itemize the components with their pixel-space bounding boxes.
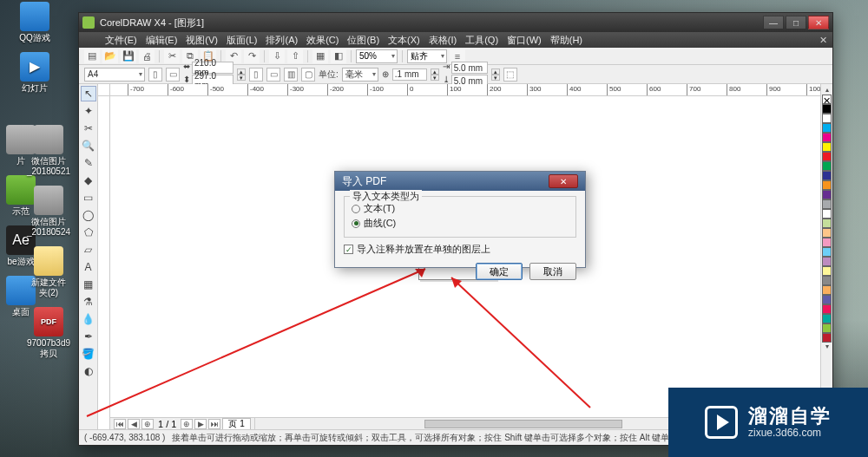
treat-as-filled-icon[interactable]: ⬚ xyxy=(503,68,517,82)
page-tab[interactable]: 页 1 xyxy=(222,418,250,430)
radio-curves[interactable]: 曲线(C) xyxy=(352,217,569,230)
menu-file[interactable]: 文件(E) xyxy=(105,34,137,47)
horizontal-ruler[interactable]: -700-600-500-400-300-200-100010020030040… xyxy=(110,84,820,96)
color-swatch[interactable] xyxy=(822,209,832,219)
basic-shapes-tool[interactable]: ▱ xyxy=(81,242,96,258)
app-launcher-button[interactable]: ▦ xyxy=(312,49,328,63)
unit-combo[interactable]: 毫米 xyxy=(342,68,378,82)
document-close-button[interactable]: ✕ xyxy=(819,35,827,46)
menu-edit[interactable]: 编辑(E) xyxy=(146,34,178,47)
ruler-origin[interactable] xyxy=(98,84,110,96)
single-page-icon[interactable]: ▢ xyxy=(301,68,315,82)
orientation-landscape-button[interactable]: ▭ xyxy=(166,68,180,82)
desktop-icon[interactable]: QQ游戏 xyxy=(16,2,54,43)
color-swatch[interactable] xyxy=(822,161,832,171)
crop-tool[interactable]: ✂ xyxy=(81,121,96,136)
desktop-icon[interactable]: 微信图片_20180524 xyxy=(30,186,68,238)
checkbox-import-comments[interactable]: ✓导入注释并放置在单独的图层上 xyxy=(344,243,576,256)
rectangle-tool[interactable]: ▭ xyxy=(81,190,96,206)
menu-tools[interactable]: 工具(Q) xyxy=(465,34,498,47)
polygon-tool[interactable]: ⬠ xyxy=(81,225,96,240)
menu-view[interactable]: 视图(V) xyxy=(186,34,218,47)
open-button[interactable]: 📂 xyxy=(102,49,118,63)
eyedropper-tool[interactable]: 💧 xyxy=(81,311,96,327)
desktop-icon[interactable]: ▶幻灯片 xyxy=(16,52,54,94)
nav-first-page-button[interactable]: ⏮ xyxy=(114,419,126,429)
no-color-swatch[interactable]: ✕ xyxy=(822,95,832,104)
color-swatch[interactable] xyxy=(822,257,832,266)
pick-tool[interactable]: ↖ xyxy=(81,86,96,101)
vertical-ruler[interactable] xyxy=(98,96,110,429)
zoom-combo[interactable]: 50% xyxy=(356,49,398,63)
save-button[interactable]: 💾 xyxy=(121,49,136,63)
color-swatch[interactable] xyxy=(822,114,832,123)
color-swatch[interactable] xyxy=(822,304,832,314)
palette-scroll-down[interactable]: ▾ xyxy=(822,343,832,351)
window-titlebar[interactable]: CorelDRAW X4 - [图形1] — □ ✕ xyxy=(79,13,832,32)
cancel-button[interactable]: 取消 xyxy=(529,263,576,280)
zoom-tool[interactable]: 🔍 xyxy=(81,138,96,153)
cut-button[interactable]: ✂ xyxy=(164,49,180,63)
text-tool[interactable]: A xyxy=(81,259,96,275)
color-swatch[interactable] xyxy=(822,266,832,276)
desktop-icon[interactable]: 微信图片_20180521 xyxy=(30,125,68,177)
portrait-icon[interactable]: ▯ xyxy=(249,68,263,82)
window-maximize-button[interactable]: □ xyxy=(786,16,806,29)
shape-tool[interactable]: ✦ xyxy=(81,103,96,119)
palette-scroll-up[interactable]: ▴ xyxy=(822,86,832,95)
dialog-titlebar[interactable]: 导入 PDF ✕ xyxy=(335,172,585,191)
color-swatch[interactable] xyxy=(822,323,832,333)
facing-pages-icon[interactable]: ▥ xyxy=(284,68,298,82)
menu-text[interactable]: 文本(X) xyxy=(388,34,420,47)
dialog-close-button[interactable]: ✕ xyxy=(549,174,578,188)
nav-next-page-button[interactable]: ▶ xyxy=(194,419,207,429)
menu-window[interactable]: 窗口(W) xyxy=(507,34,542,47)
print-button[interactable]: 🖨 xyxy=(139,49,155,63)
welcome-button[interactable]: ◧ xyxy=(331,49,346,63)
freehand-tool[interactable]: ✎ xyxy=(81,155,96,171)
color-swatch[interactable] xyxy=(822,152,832,161)
color-swatch[interactable] xyxy=(822,276,832,285)
radio-text[interactable]: 文本(T) xyxy=(352,202,569,215)
menu-arrange[interactable]: 排列(A) xyxy=(266,34,298,47)
color-swatch[interactable] xyxy=(822,171,832,180)
smart-fill-tool[interactable]: ◆ xyxy=(81,173,96,188)
ellipse-tool[interactable]: ◯ xyxy=(81,207,96,223)
size-spinner[interactable]: ▴▾ xyxy=(237,69,246,81)
ok-button[interactable]: 确定 xyxy=(476,263,523,280)
paper-size-combo[interactable]: A4 xyxy=(84,68,145,82)
interactive-fill-tool[interactable]: ◐ xyxy=(81,363,96,379)
color-swatch[interactable] xyxy=(822,219,832,228)
color-swatch[interactable] xyxy=(822,142,832,152)
nav-add-before-button[interactable]: ⊕ xyxy=(141,419,154,429)
color-swatch[interactable] xyxy=(822,314,832,323)
color-swatch[interactable] xyxy=(822,133,832,142)
nav-last-page-button[interactable]: ⏭ xyxy=(208,419,220,429)
nudge-spinner[interactable]: ▴▾ xyxy=(431,69,439,81)
fill-tool[interactable]: 🪣 xyxy=(81,346,96,362)
interactive-tool[interactable]: ⚗ xyxy=(81,294,96,310)
orientation-portrait-button[interactable]: ▯ xyxy=(148,68,162,82)
color-swatch[interactable] xyxy=(822,190,832,199)
table-tool[interactable]: ▦ xyxy=(81,277,96,292)
menu-help[interactable]: 帮助(H) xyxy=(550,34,582,47)
import-button[interactable]: ⇩ xyxy=(269,49,285,63)
color-swatch[interactable] xyxy=(822,285,832,295)
dup-x-field[interactable]: 5.0 mm xyxy=(451,62,488,74)
export-button[interactable]: ⇧ xyxy=(287,49,303,63)
menu-bitmaps[interactable]: 位图(B) xyxy=(347,34,379,47)
new-doc-button[interactable]: ▤ xyxy=(84,49,100,63)
nudge-field[interactable]: .1 mm xyxy=(392,69,427,81)
window-close-button[interactable]: ✕ xyxy=(808,16,829,29)
color-swatch[interactable] xyxy=(822,123,832,133)
nav-add-after-button[interactable]: ⊕ xyxy=(181,419,193,429)
window-minimize-button[interactable]: — xyxy=(763,16,784,29)
color-swatch[interactable] xyxy=(822,238,832,247)
color-swatch[interactable] xyxy=(822,180,832,190)
menu-layout[interactable]: 版面(L) xyxy=(227,34,257,47)
color-swatch[interactable] xyxy=(822,333,832,343)
snap-combo[interactable]: 贴齐 xyxy=(407,49,447,63)
landscape-icon[interactable]: ▭ xyxy=(266,68,280,82)
color-swatch[interactable] xyxy=(822,228,832,238)
color-swatch[interactable] xyxy=(822,199,832,209)
